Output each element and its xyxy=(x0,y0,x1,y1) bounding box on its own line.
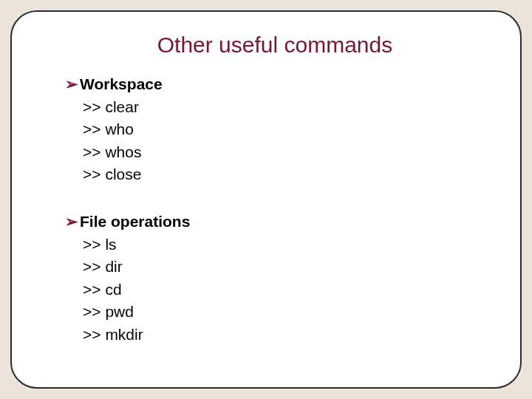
command-line: >> mkdir xyxy=(65,324,485,346)
command-line: >> dir xyxy=(65,256,485,278)
prompt: >> xyxy=(83,281,101,298)
section-workspace: ➢ Workspace >> clear >> who >> whos >> c… xyxy=(65,75,485,186)
slide-title: Other useful commands xyxy=(65,33,485,58)
prompt: >> xyxy=(83,143,101,160)
command-text: clear xyxy=(105,98,139,115)
command-line: >> cd xyxy=(65,279,485,301)
bullet-arrow-icon: ➢ xyxy=(65,214,78,229)
command-line: >> clear xyxy=(65,96,485,118)
command-text: close xyxy=(105,166,141,183)
command-text: ls xyxy=(105,236,116,253)
command-text: who xyxy=(105,120,134,137)
section-header-text: Workspace xyxy=(80,75,163,93)
prompt: >> xyxy=(83,258,101,275)
command-text: pwd xyxy=(105,303,134,320)
command-line: >> close xyxy=(65,163,485,185)
command-text: mkdir xyxy=(105,326,143,343)
section-header: ➢ File operations xyxy=(65,213,485,231)
prompt: >> xyxy=(83,326,101,343)
prompt: >> xyxy=(83,98,101,115)
section-header-text: File operations xyxy=(80,213,190,231)
command-text: dir xyxy=(105,258,122,275)
prompt: >> xyxy=(83,236,101,253)
command-line: >> who xyxy=(65,118,485,140)
section-file-operations: ➢ File operations >> ls >> dir >> cd >> … xyxy=(65,213,485,346)
section-header: ➢ Workspace xyxy=(65,75,485,93)
bullet-arrow-icon: ➢ xyxy=(65,76,78,92)
prompt: >> xyxy=(83,120,101,137)
slide-container: Other useful commands ➢ Workspace >> cle… xyxy=(0,0,532,399)
command-text: cd xyxy=(105,281,121,298)
slide-card: Other useful commands ➢ Workspace >> cle… xyxy=(10,10,522,389)
prompt: >> xyxy=(83,303,101,320)
prompt: >> xyxy=(83,166,101,183)
command-text: whos xyxy=(105,143,141,160)
command-line: >> pwd xyxy=(65,301,485,323)
command-line: >> whos xyxy=(65,141,485,163)
command-line: >> ls xyxy=(65,233,485,256)
